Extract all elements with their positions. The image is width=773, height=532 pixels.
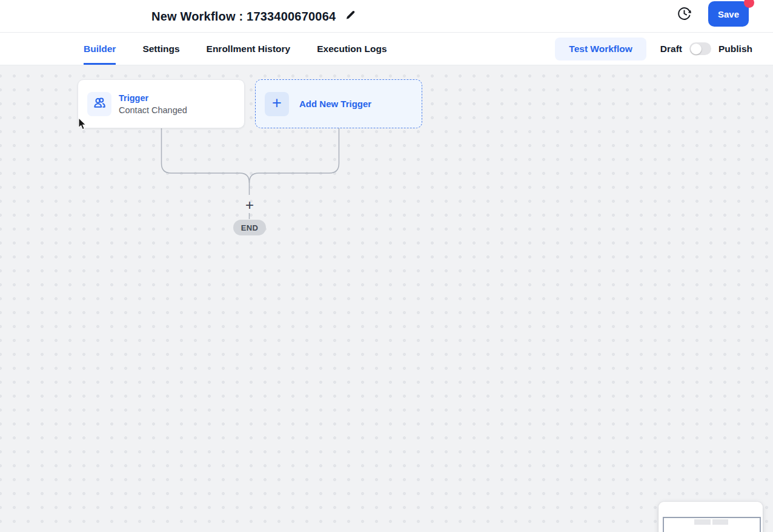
publish-toggle-row: Draft Publish [660,42,752,55]
add-new-trigger-label: Add New Trigger [299,99,371,109]
trigger-node-card[interactable]: Trigger Contact Changed [78,79,245,128]
clock-history-icon [677,6,692,23]
pencil-icon [345,10,356,23]
workflow-end-node: END [233,220,266,235]
trigger-node-texts: Trigger Contact Changed [119,93,187,115]
mouse-cursor-icon [77,117,87,133]
users-icon [92,95,107,113]
add-step-button[interactable]: + [242,197,257,213]
test-workflow-button[interactable]: Test Workflow [555,38,646,61]
save-button[interactable]: Save [708,1,749,27]
publish-toggle-knob [691,44,702,54]
minimap-viewport[interactable] [663,517,761,532]
tab-execution-logs[interactable]: Execution Logs [317,33,386,65]
top-header-bar: New Workflow : 1733400670064 Save [0,0,773,33]
tab-bar: Builder Settings Enrollment History Exec… [0,33,773,65]
tab-enrollment-history[interactable]: Enrollment History [207,33,291,65]
publish-toggle[interactable] [689,42,711,55]
workflow-title-group: New Workflow : 1733400670064 [151,0,356,33]
trigger-icon-tile [87,92,111,116]
page-title: New Workflow : 1733400670064 [151,10,336,24]
publish-label: Publish [718,44,752,54]
minimap-node-trigger [694,519,711,525]
trigger-node-subtitle: Contact Changed [119,105,187,115]
connector-lines [0,65,773,532]
minimap-panel[interactable] [659,502,763,532]
trigger-node-title: Trigger [119,93,187,103]
tab-bar-actions: Test Workflow Draft Publish [555,33,773,65]
edit-title-button[interactable] [345,10,356,23]
tab-builder[interactable]: Builder [84,33,116,65]
workflow-canvas[interactable]: Trigger Contact Changed + Add New Trigge… [0,65,773,532]
minimap-node-add-trigger [712,519,728,525]
plus-icon: + [265,92,289,116]
version-history-button[interactable] [675,5,693,24]
unsaved-changes-dot [744,0,754,8]
draft-label: Draft [660,44,682,54]
tab-settings[interactable]: Settings [142,33,179,65]
add-new-trigger-card[interactable]: + Add New Trigger [255,79,422,128]
